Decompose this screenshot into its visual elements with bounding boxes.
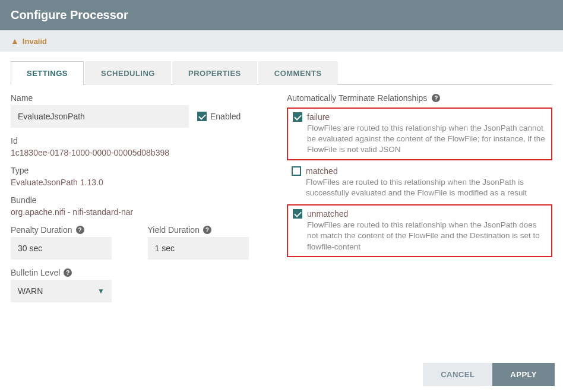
penalty-input[interactable] [11, 237, 112, 260]
relationship-checkbox[interactable] [293, 112, 302, 122]
type-value: EvaluateJsonPath 1.13.0 [11, 178, 275, 187]
id-value: 1c1830ee-0178-1000-0000-00005d08b398 [11, 148, 275, 157]
bundle-value: org.apache.nifi - nifi-standard-nar [11, 207, 275, 217]
relationship-matched: matched FlowFiles are routed to this rel… [287, 163, 552, 202]
cancel-button[interactable]: CANCEL [423, 363, 492, 386]
right-column: Automatically Terminate Relationships ? … [287, 93, 552, 311]
settings-panel: Name Enabled Id 1c1830ee-0178-1000-0000-… [0, 85, 563, 311]
yield-input[interactable] [148, 237, 249, 260]
warning-icon: ▲ [11, 36, 19, 46]
relationship-desc: FlowFiles are routed to this relationshi… [293, 220, 546, 252]
relationship-unmatched: unmatched FlowFiles are routed to this r… [287, 204, 552, 257]
bulletin-value: WARN [18, 286, 43, 296]
tab-scheduling[interactable]: SCHEDULING [85, 61, 171, 85]
bulletin-select[interactable]: WARN ▼ [11, 280, 112, 302]
relationship-desc: FlowFiles are routed to this relationshi… [293, 123, 546, 156]
relationship-failure: failure FlowFiles are routed to this rel… [287, 108, 552, 160]
left-column: Name Enabled Id 1c1830ee-0178-1000-0000-… [11, 93, 275, 311]
id-label: Id [11, 136, 275, 146]
help-icon[interactable]: ? [203, 226, 211, 234]
relationship-name: unmatched [307, 209, 348, 219]
help-icon[interactable]: ? [76, 226, 84, 234]
relationship-checkbox[interactable] [292, 166, 301, 176]
enabled-label: Enabled [210, 112, 241, 121]
enabled-checkbox-wrap: Enabled [197, 112, 241, 121]
relationship-name: matched [306, 166, 338, 176]
tab-properties[interactable]: PROPERTIES [172, 61, 257, 85]
name-label: Name [11, 93, 275, 103]
relationships-header: Automatically Terminate Relationships ? [287, 93, 552, 103]
relationships-label: Automatically Terminate Relationships [287, 93, 427, 103]
relationship-checkbox[interactable] [293, 209, 302, 219]
help-icon[interactable]: ? [64, 268, 72, 277]
help-icon[interactable]: ? [432, 94, 440, 102]
penalty-label: Penalty Duration [11, 225, 72, 235]
status-text: Invalid [23, 37, 47, 46]
tabs: SETTINGS SCHEDULING PROPERTIES COMMENTS [11, 61, 552, 85]
bulletin-field: Bulletin Level ? WARN ▼ [11, 268, 275, 302]
type-field: Type EvaluateJsonPath 1.13.0 [11, 166, 275, 187]
name-field: Name Enabled [11, 93, 275, 128]
enabled-checkbox[interactable] [197, 112, 207, 121]
status-bar: ▲ Invalid [0, 30, 563, 52]
penalty-field: Penalty Duration ? [11, 225, 138, 260]
chevron-down-icon: ▼ [97, 287, 105, 295]
tab-settings[interactable]: SETTINGS [11, 61, 84, 85]
bundle-field: Bundle org.apache.nifi - nifi-standard-n… [11, 195, 275, 217]
relationship-desc: FlowFiles are routed to this relationshi… [292, 177, 548, 198]
bulletin-label: Bulletin Level [11, 268, 60, 277]
yield-label: Yield Duration [148, 225, 200, 235]
bundle-label: Bundle [11, 195, 275, 205]
type-label: Type [11, 166, 275, 175]
relationship-name: failure [307, 112, 330, 122]
dialog-header: Configure Processor [0, 0, 563, 30]
name-input[interactable] [11, 105, 189, 128]
apply-button[interactable]: APPLY [492, 363, 555, 386]
id-field: Id 1c1830ee-0178-1000-0000-00005d08b398 [11, 136, 275, 157]
dialog-footer: CANCEL APPLY [423, 363, 555, 392]
yield-field: Yield Duration ? [148, 225, 276, 260]
tab-comments[interactable]: COMMENTS [258, 61, 338, 85]
dialog-title: Configure Processor [11, 8, 128, 21]
